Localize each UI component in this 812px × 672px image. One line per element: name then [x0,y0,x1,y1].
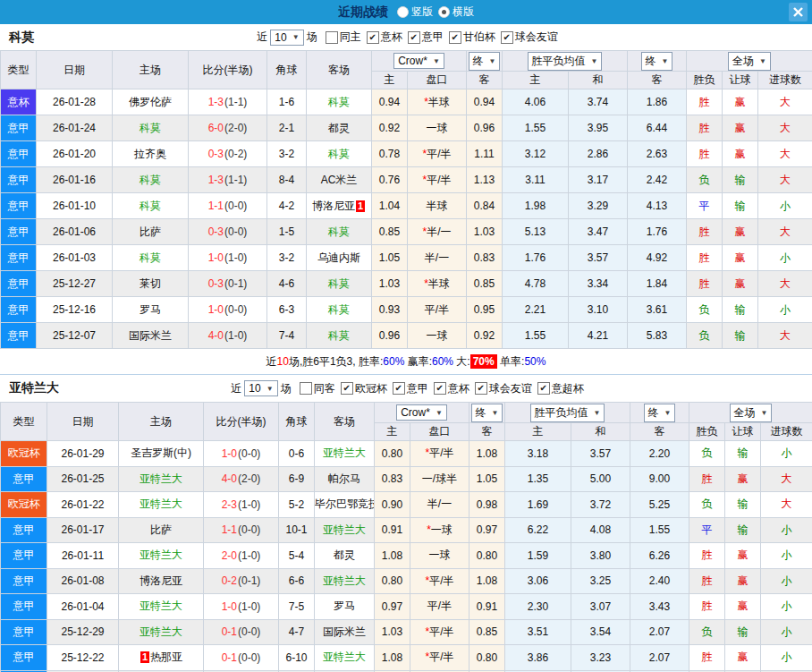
avg-header: 胜平负均值 ▼ [503,51,628,72]
radio-vertical-layout[interactable]: 竖版 [397,4,433,20]
match-count-select[interactable]: 10 ▼ [244,380,277,396]
league-checkbox[interactable]: 意杯 [434,381,469,396]
corner-cell: 4-6 [267,271,307,297]
avg-draw-cell: 5.00 [571,466,630,492]
home-odds-cell: 0.76 [372,167,408,193]
star-marker: * [422,174,427,186]
goals-result-cell: 大 [758,115,812,141]
summary-segment: 近 [266,355,277,368]
away-odds-cell: 1.13 [467,167,503,193]
let-ball-result-cell: 输 [723,167,758,193]
league-checkbox[interactable]: 甘伯杯 [449,30,495,45]
league-checkbox[interactable]: 欧冠杯 [341,381,387,396]
let-ball-result-cell: 赢 [725,543,761,569]
avg-select[interactable]: 胜平负均值 ▼ [530,404,605,422]
date-cell: 25-12-27 [37,271,113,297]
same-venue-checkbox[interactable]: 同客 [300,381,335,396]
score-cell: 0-2(0-1) [204,568,279,594]
away-team-cell: 亚特兰大 [315,517,375,543]
final-odds-select-left[interactable]: 终 ▼ [471,404,503,422]
date-cell: 26-01-28 [37,89,113,115]
home-odds-cell: 0.91 [375,517,410,543]
let-ball-result-cell: 赢 [725,594,761,620]
scope-select[interactable]: 全场 ▼ [730,404,773,422]
team-sections: 科莫 近 10 ▼ 场 同主 意杯意甲甘伯杯球会友谊 类型 日期 主场 比分(半… [0,24,812,672]
scope-header: 全场 ▼ [689,403,812,423]
away-odds-cell: 1.05 [469,466,505,492]
avg-draw-cell: 3.34 [569,271,628,297]
avg-draw-cell: 4.08 [571,517,630,543]
date-cell: 26-01-08 [47,568,119,594]
league-type-cell: 意甲 [1,271,37,297]
score-cell: 1-0(0-0) [189,297,267,323]
league-checkbox[interactable]: 意甲 [393,381,428,396]
matches-label: 场 [281,381,292,396]
league-checkbox[interactable]: 意超杯 [537,381,584,396]
away-team-cell: 亚特兰大 [315,645,375,671]
checkbox-icon [326,31,338,44]
match-row: 意甲25-12-221热那亚0-1(0-0)6-10亚特兰大1.08*平/半0.… [1,645,812,671]
away-odds-cell: 1.11 [467,141,503,167]
col-header-odds-home: 主 [375,423,410,441]
home-odds-cell: 1.04 [372,193,408,219]
league-type-cell: 意甲 [1,115,37,141]
summary-segment: 70% [470,354,497,369]
league-checkbox[interactable]: 球会友谊 [501,30,558,45]
avg-away-cell: 5.83 [628,323,687,349]
odds-source-select[interactable]: Crow* ▼ [396,404,447,421]
corner-cell: 3-2 [267,141,307,167]
avg-away-cell: 1.55 [630,517,689,543]
handicap-cell: *半球 [408,89,467,115]
same-venue-label: 同主 [340,30,361,45]
corner-cell: 6-6 [279,568,315,594]
league-label: 意杯 [381,30,402,45]
final-right-header: 终 ▼ [630,403,689,423]
date-cell: 26-01-16 [37,167,113,193]
odds-source-value: Crow* [401,406,430,419]
final-odds-select-right[interactable]: 终 ▼ [644,404,676,422]
avg-draw-cell: 3.29 [569,193,628,219]
avg-home-cell: 4.06 [503,89,569,115]
away-odds-cell: 0.80 [469,543,505,569]
close-button[interactable] [789,3,808,21]
away-team-cell: 亚特兰大 [315,568,375,594]
home-team-cell: 科莫 [113,193,189,219]
league-type-cell: 意甲 [1,594,47,620]
checkbox-icon [501,31,513,44]
date-cell: 25-12-29 [47,619,119,645]
avg-draw-cell: 3.57 [571,441,630,467]
league-checkbox[interactable]: 意甲 [408,30,444,45]
match-row: 意甲26-01-06比萨0-3(0-0)1-5科莫0.85*半/一1.035.1… [1,219,812,245]
col-header-corner: 角球 [279,403,315,441]
league-checkbox[interactable]: 意杯 [367,30,402,45]
star-marker: * [425,625,429,638]
final-odds-select-right[interactable]: 终 ▼ [641,52,673,71]
result-cell: 胜 [687,89,723,115]
result-cell: 胜 [689,543,725,569]
home-odds-cell: 0.93 [372,297,408,323]
radio-horizontal-layout[interactable]: 横版 [438,4,474,20]
matches-body: 意杯26-01-28佛罗伦萨1-3(1-1)1-6科莫0.94*半球0.944.… [1,89,812,349]
match-count-value: 10 [275,31,286,44]
same-venue-checkbox[interactable]: 同主 [326,30,361,45]
match-count-select[interactable]: 10 ▼ [270,30,303,46]
final-odds-select-left[interactable]: 终 ▼ [469,52,501,71]
league-checkbox[interactable]: 球会友谊 [475,381,532,396]
goals-result-cell: 大 [758,89,812,115]
handicap-cell: 一球 [410,543,469,569]
match-row: 意甲25-12-16罗马1-0(0-0)6-3科莫0.93平/半0.952.21… [1,297,812,323]
date-cell: 25-12-16 [37,297,113,323]
scope-select[interactable]: 全场 ▼ [728,52,771,71]
league-label: 甘伯杯 [463,30,495,45]
chevron-down-icon: ▼ [662,57,669,65]
handicap-cell: *平/半 [408,167,467,193]
match-row: 意甲26-01-25亚特兰大4-0(2-0)6-9帕尔马0.83一/球半1.05… [1,466,812,492]
home-odds-cell: 0.94 [372,89,408,115]
avg-draw-cell: 3.74 [569,89,628,115]
league-type-cell: 意甲 [1,219,37,245]
avg-draw-cell: 2.86 [569,141,628,167]
away-team-cell: 博洛尼亚1 [307,193,372,219]
avg-select[interactable]: 胜平负均值 ▼ [528,52,603,71]
odds-source-select[interactable]: Crow* ▼ [393,53,444,69]
corner-cell: 6-3 [267,297,307,323]
